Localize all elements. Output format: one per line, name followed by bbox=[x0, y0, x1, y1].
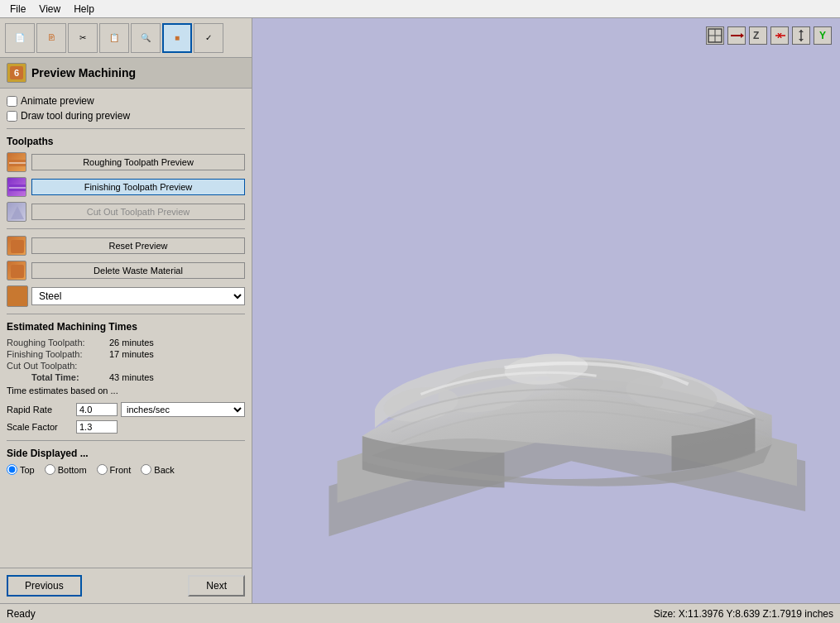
draw-tool-checkbox[interactable] bbox=[7, 111, 17, 122]
nav-buttons: Previous Next bbox=[0, 568, 252, 603]
terrain-svg bbox=[252, 18, 840, 603]
rapid-rate-label: Rapid Rate bbox=[7, 405, 73, 415]
time-note: Time estimates based on ... bbox=[7, 386, 245, 395]
divider-3 bbox=[7, 314, 245, 314]
delete-waste-button[interactable]: Delete Waste Material bbox=[31, 262, 245, 279]
total-time-row: Total Time: 43 minutes bbox=[7, 372, 245, 382]
finishing-time-label: Finishing Toolpath: bbox=[7, 349, 106, 359]
scale-factor-row: Scale Factor bbox=[7, 420, 245, 434]
times-section: Estimated Machining Times Roughing Toolp… bbox=[7, 321, 245, 434]
svg-text:Z: Z bbox=[753, 30, 759, 41]
side-front-item: Front bbox=[97, 464, 132, 475]
finishing-time-value: 17 minutes bbox=[109, 349, 154, 359]
roughing-time-value: 26 minutes bbox=[109, 338, 154, 347]
draw-tool-label: Draw tool during preview bbox=[21, 110, 130, 122]
side-bottom-label: Bottom bbox=[58, 465, 87, 475]
view-icon-1[interactable] bbox=[706, 26, 724, 45]
view-toolbar: Z x Y bbox=[706, 26, 832, 45]
cutout-toolpath-row: Cut Out Toolpath Preview bbox=[7, 202, 245, 222]
finishing-time-row: Finishing Toolpath: 17 minutes bbox=[7, 349, 245, 359]
main-container: 📄 🖹 ✂ 📋 🔍 ■ ✓ bbox=[0, 18, 840, 603]
reset-preview-button[interactable]: Reset Preview bbox=[31, 237, 245, 254]
menu-file[interactable]: File bbox=[3, 2, 32, 17]
side-displayed-label: Side Displayed ... bbox=[7, 448, 245, 459]
side-top-label: Top bbox=[20, 465, 35, 475]
menu-help[interactable]: Help bbox=[67, 2, 101, 17]
svg-rect-8 bbox=[11, 265, 24, 278]
total-time-value: 43 minutes bbox=[109, 372, 154, 382]
cutout-icon bbox=[7, 202, 26, 222]
finishing-toolpath-button[interactable]: Finishing Toolpath Preview bbox=[31, 179, 245, 195]
animate-preview-label: Animate preview bbox=[21, 95, 94, 107]
step-5-button[interactable]: 🔍 bbox=[131, 23, 161, 53]
delete-row: Delete Waste Material bbox=[7, 261, 245, 280]
step-1-button[interactable]: 📄 bbox=[5, 23, 35, 53]
material-icon bbox=[7, 285, 28, 307]
finishing-icon bbox=[7, 177, 26, 197]
svg-text:x: x bbox=[777, 31, 782, 40]
side-top-item: Top bbox=[7, 464, 35, 475]
divider-4 bbox=[7, 440, 245, 441]
cutout-time-row: Cut Out Toolpath: bbox=[7, 361, 245, 371]
side-bottom-radio[interactable] bbox=[45, 464, 55, 475]
view-icon-arrows[interactable] bbox=[792, 26, 810, 45]
side-back-radio[interactable] bbox=[141, 464, 151, 475]
previous-button[interactable]: Previous bbox=[7, 575, 82, 597]
section-header: 6 Preview Machining bbox=[0, 58, 252, 89]
toolpaths-label: Toolpaths bbox=[7, 136, 245, 147]
view-icon-z[interactable]: Z bbox=[749, 26, 767, 45]
section-title: Preview Machining bbox=[31, 66, 136, 79]
roughing-toolpath-button[interactable]: Roughing Toolpath Preview bbox=[31, 154, 245, 170]
step-7-button[interactable]: ✓ bbox=[194, 23, 223, 53]
svg-marker-19 bbox=[799, 30, 804, 32]
step-toolbar: 📄 🖹 ✂ 📋 🔍 ■ ✓ bbox=[0, 18, 252, 58]
status-left: Ready bbox=[7, 608, 36, 620]
side-bottom-item: Bottom bbox=[45, 464, 87, 475]
side-front-label: Front bbox=[110, 465, 132, 475]
divider-2 bbox=[7, 228, 245, 229]
rapid-rate-input[interactable] bbox=[76, 403, 118, 416]
view-icon-y[interactable]: Y bbox=[814, 26, 832, 45]
side-section: Side Displayed ... Top Bottom Front bbox=[7, 448, 245, 475]
view-icon-2[interactable] bbox=[727, 26, 746, 45]
rate-section: Rapid Rate inches/sec mm/sec Scale Facto… bbox=[7, 402, 245, 434]
left-panel: 📄 🖹 ✂ 📋 🔍 ■ ✓ bbox=[0, 18, 252, 603]
step-2-button[interactable]: 🖹 bbox=[36, 23, 66, 53]
rapid-rate-row: Rapid Rate inches/sec mm/sec bbox=[7, 402, 245, 417]
side-top-radio[interactable] bbox=[7, 464, 17, 475]
delete-icon bbox=[7, 261, 26, 280]
svg-marker-6 bbox=[11, 206, 24, 219]
panel-content: Animate preview Draw tool during preview… bbox=[0, 89, 252, 568]
viewport[interactable]: Z x Y bbox=[252, 18, 840, 603]
finishing-toolpath-row: Finishing Toolpath Preview bbox=[7, 177, 245, 197]
step-6-button[interactable]: ■ bbox=[162, 23, 192, 53]
status-right: Size: X:11.3976 Y:8.639 Z:1.7919 inches bbox=[654, 608, 833, 620]
roughing-toolpath-row: Roughing Toolpath Preview bbox=[7, 152, 245, 172]
roughing-time-label: Roughing Toolpath: bbox=[7, 338, 106, 347]
scale-factor-label: Scale Factor bbox=[7, 422, 73, 432]
step-4-button[interactable]: 📋 bbox=[99, 23, 129, 53]
animate-preview-row: Animate preview bbox=[7, 95, 245, 107]
total-time-label: Total Time: bbox=[7, 372, 106, 382]
cutout-toolpath-button[interactable]: Cut Out Toolpath Preview bbox=[31, 204, 245, 220]
scale-factor-input[interactable] bbox=[76, 420, 118, 434]
svg-marker-14 bbox=[741, 33, 744, 38]
next-button[interactable]: Next bbox=[188, 575, 245, 597]
reset-icon bbox=[7, 236, 26, 256]
roughing-time-row: Roughing Toolpath: 26 minutes bbox=[7, 338, 245, 347]
svg-rect-9 bbox=[9, 288, 27, 306]
view-icon-x[interactable]: x bbox=[770, 26, 789, 45]
animate-preview-checkbox[interactable] bbox=[7, 96, 17, 107]
divider-1 bbox=[7, 128, 245, 129]
menubar: File View Help bbox=[0, 0, 840, 18]
roughing-icon bbox=[7, 152, 26, 172]
material-select[interactable]: Steel Aluminum Plastic Wood Foam bbox=[31, 287, 245, 305]
svg-marker-20 bbox=[799, 39, 804, 41]
rapid-rate-unit-select[interactable]: inches/sec mm/sec bbox=[121, 402, 245, 417]
step-3-button[interactable]: ✂ bbox=[68, 23, 98, 53]
side-front-radio[interactable] bbox=[97, 464, 108, 475]
side-back-label: Back bbox=[154, 465, 174, 475]
statusbar: Ready Size: X:11.3976 Y:8.639 Z:1.7919 i… bbox=[0, 603, 840, 623]
section-icon: 6 bbox=[7, 63, 26, 83]
menu-view[interactable]: View bbox=[32, 2, 67, 17]
